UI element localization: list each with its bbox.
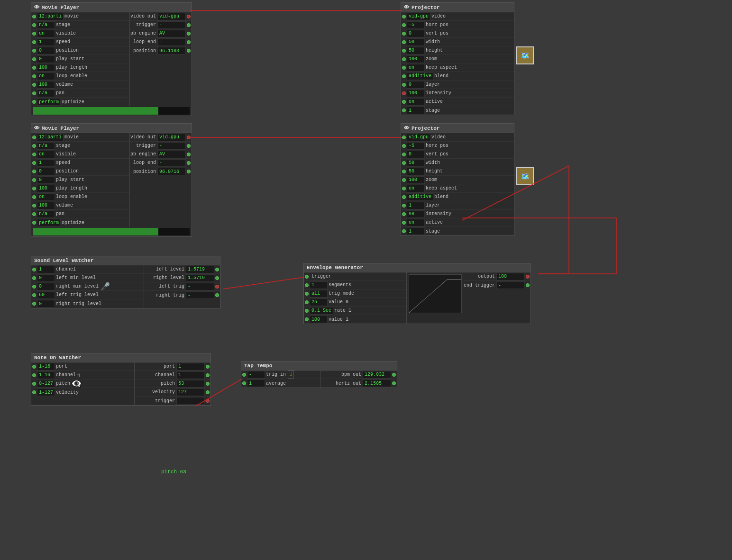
mp2-pbengine-value: AV xyxy=(157,151,186,158)
now-port-port[interactable] xyxy=(32,365,36,369)
mp1-movie-port[interactable] xyxy=(32,15,36,18)
mp2-posout-port[interactable] xyxy=(187,170,191,173)
eg-value0-port[interactable] xyxy=(305,300,309,304)
mp2-volume-port[interactable] xyxy=(32,204,36,208)
mp2-stage-port[interactable] xyxy=(32,144,36,148)
tt-average-row: 1 average xyxy=(241,379,320,388)
p1-horzpos-port[interactable] xyxy=(402,23,406,27)
mp2-visible-port[interactable] xyxy=(32,153,36,156)
mp1-stage-port[interactable] xyxy=(32,23,36,27)
now-portout-port[interactable] xyxy=(206,365,210,369)
now-velocity-port[interactable] xyxy=(32,390,36,394)
p2-width-port[interactable] xyxy=(402,161,406,165)
mp1-posout-port[interactable] xyxy=(187,49,191,53)
now-channelout-row: channel 1 xyxy=(135,371,210,379)
mp2-loopend-port[interactable] xyxy=(187,161,191,165)
p1-vertpos-port[interactable] xyxy=(402,32,406,36)
mp1-loop-port[interactable] xyxy=(32,74,36,78)
mp2-playlength-port[interactable] xyxy=(32,187,36,190)
p2-video-port[interactable] xyxy=(402,135,406,139)
mp2-vidout-port[interactable] xyxy=(187,135,191,139)
slw-leftlevel-port[interactable] xyxy=(215,268,219,271)
eg-rate1-port[interactable] xyxy=(305,309,309,313)
mp2-stage-value: n/a xyxy=(37,142,55,150)
slw-lefttrigout-port[interactable] xyxy=(215,285,219,289)
mp2-loop-port[interactable] xyxy=(32,195,36,199)
now-pitchout-port[interactable] xyxy=(206,382,210,386)
p1-intensity-port[interactable] xyxy=(402,91,406,95)
p1-zoom-port[interactable] xyxy=(402,57,406,61)
mp2-playstart-port[interactable] xyxy=(32,178,36,182)
p2-horzpos-port[interactable] xyxy=(402,144,406,148)
p1-height-port[interactable] xyxy=(402,49,406,53)
mp1-pbengine-port[interactable] xyxy=(187,32,191,36)
p1-keepaspect-port[interactable] xyxy=(402,66,406,70)
mp2-pan-port[interactable] xyxy=(32,212,36,216)
slw-lefttrig-port[interactable] xyxy=(32,293,36,297)
p2-intensity-port[interactable] xyxy=(402,212,406,216)
mp1-playstart-port[interactable] xyxy=(32,57,36,61)
p1-stage-port[interactable] xyxy=(402,108,406,112)
mp1-volume-port[interactable] xyxy=(32,83,36,87)
mp1-speed-port[interactable] xyxy=(32,40,36,44)
now-channel-port[interactable] xyxy=(32,373,36,377)
eg-output-port[interactable] xyxy=(526,275,530,279)
now-port-label: port xyxy=(56,364,67,369)
p2-vertpos-port[interactable] xyxy=(402,153,406,156)
eg-value1-port[interactable] xyxy=(305,317,309,321)
mp1-pan-port[interactable] xyxy=(32,91,36,95)
mp1-position-port[interactable] xyxy=(32,49,36,53)
slw-channel-port[interactable] xyxy=(32,268,36,271)
mp1-optimize-port[interactable] xyxy=(32,100,36,104)
mp1-visible-port[interactable] xyxy=(32,32,36,36)
slw-leftmin-port[interactable] xyxy=(32,276,36,280)
slw-righttrigout-port[interactable] xyxy=(215,293,219,297)
p1-keepaspect-row: on keep aspect xyxy=(401,63,514,72)
tt-trigin-label: trig in xyxy=(266,372,286,377)
tt-bpmout-label: bpm out xyxy=(321,372,363,377)
mp2-position-port[interactable] xyxy=(32,170,36,173)
p1-blend-port[interactable] xyxy=(402,74,406,78)
mp1-playlength-port[interactable] xyxy=(32,66,36,70)
p2-zoom-port[interactable] xyxy=(402,178,406,182)
p2-blend-port[interactable] xyxy=(402,195,406,199)
mp2-speed-port[interactable] xyxy=(32,161,36,165)
p1-active-port[interactable] xyxy=(402,100,406,104)
envelope-graph-canvas xyxy=(409,274,462,313)
now-triggerout-port[interactable] xyxy=(206,399,210,403)
now-velocityout-port[interactable] xyxy=(206,390,210,394)
slw-rightlevel-port[interactable] xyxy=(215,276,219,280)
mp2-movie-port[interactable] xyxy=(32,135,36,139)
p2-layer-port[interactable] xyxy=(402,204,406,208)
tt-trigin-port[interactable] xyxy=(242,373,246,377)
mp1-posout-value: 96.1103 xyxy=(157,47,186,54)
mp1-loopend-port[interactable] xyxy=(187,40,191,44)
tt-hertzout-port[interactable] xyxy=(392,381,396,385)
tt-average-port[interactable] xyxy=(242,381,246,385)
p2-active-label: active xyxy=(426,220,443,225)
mp2-trigger-port[interactable] xyxy=(187,144,191,148)
p1-width-port[interactable] xyxy=(402,40,406,44)
p1-layer-port[interactable] xyxy=(402,83,406,87)
mp2-pbengine-port[interactable] xyxy=(187,153,191,156)
p2-keepaspect-port[interactable] xyxy=(402,187,406,190)
p2-active-port[interactable] xyxy=(402,221,406,225)
p2-stage-port[interactable] xyxy=(402,229,406,233)
slw-righttrig-port[interactable] xyxy=(32,302,36,306)
mp1-trigger-port[interactable] xyxy=(187,23,191,27)
p2-height-port[interactable] xyxy=(402,170,406,173)
slw-rightmin-row: 0 right min level 🎤 xyxy=(31,282,144,291)
now-pitch-value: 0-127 xyxy=(37,380,55,388)
eg-segments-port[interactable] xyxy=(305,283,309,287)
now-channelout-port[interactable] xyxy=(206,373,210,377)
p1-video-port[interactable] xyxy=(402,15,406,18)
now-pitch-port[interactable] xyxy=(32,382,36,386)
slw-rightmin-port[interactable] xyxy=(32,285,36,289)
p2-blend-value: additive xyxy=(407,193,433,201)
eg-endtrig-port[interactable] xyxy=(526,283,530,287)
mp1-vidout-port[interactable] xyxy=(187,15,191,18)
tt-bpmout-port[interactable] xyxy=(392,373,396,377)
mp2-optimize-port[interactable] xyxy=(32,221,36,225)
eg-trigmode-port[interactable] xyxy=(305,292,309,296)
eg-trigger-port[interactable] xyxy=(305,275,309,279)
